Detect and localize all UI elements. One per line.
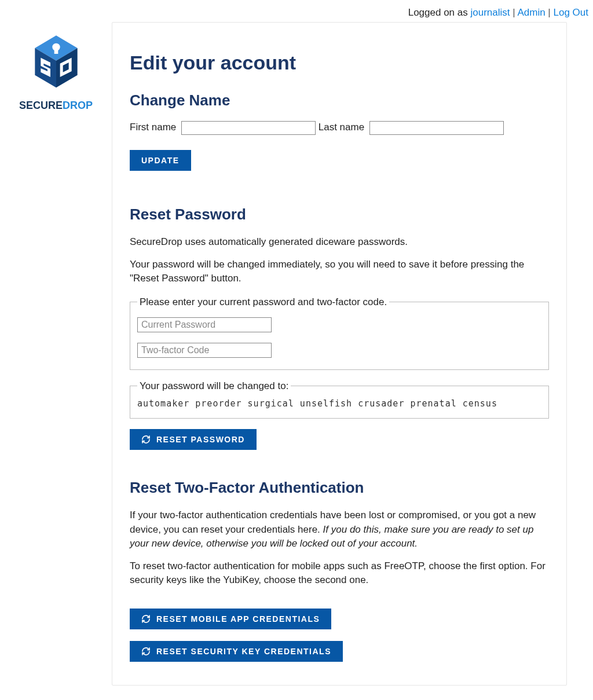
reset-password-heading: Reset Password xyxy=(130,206,549,223)
reset-mobile-app-button[interactable]: RESET MOBILE APP CREDENTIALS xyxy=(130,609,331,629)
reset-security-key-button-label: RESET SECURITY KEY CREDENTIALS xyxy=(156,647,331,656)
top-header: Logged on as journalist | Admin | Log Ou… xyxy=(0,0,593,22)
first-name-input[interactable] xyxy=(181,121,316,135)
reset-2fa-heading: Reset Two-Factor Authentication xyxy=(130,479,549,497)
wordmark: SECUREDROP xyxy=(19,100,93,112)
verify-fieldset: Please enter your current password and t… xyxy=(130,296,549,370)
refresh-icon xyxy=(141,614,151,624)
reset-security-key-button[interactable]: RESET SECURITY KEY CREDENTIALS xyxy=(130,641,343,662)
reset-password-button[interactable]: RESET PASSWORD xyxy=(130,429,257,450)
page-title: Edit your account xyxy=(130,52,549,74)
reset-password-button-label: RESET PASSWORD xyxy=(156,435,245,444)
change-name-heading: Change Name xyxy=(130,91,549,109)
verify-legend: Please enter your current password and t… xyxy=(137,296,389,308)
reset-password-desc-2: Your password will be changed immediatel… xyxy=(130,258,549,286)
logo: SECUREDROP xyxy=(0,34,112,112)
wordmark-drop: DROP xyxy=(63,100,93,111)
reset-2fa-desc-1: If your two-factor authentication creden… xyxy=(130,508,549,551)
refresh-icon xyxy=(141,435,151,444)
first-name-label: First name xyxy=(130,122,176,133)
reset-mobile-app-button-label: RESET MOBILE APP CREDENTIALS xyxy=(156,614,320,624)
logout-link[interactable]: Log Out xyxy=(554,7,589,18)
two-factor-code-input[interactable] xyxy=(137,343,272,358)
main-panel: Edit your account Change Name First name… xyxy=(112,22,567,686)
refresh-icon xyxy=(141,647,151,656)
separator: | xyxy=(548,7,553,18)
logged-on-label: Logged on as xyxy=(408,7,471,18)
last-name-input[interactable] xyxy=(369,121,504,135)
name-form: First name Last name xyxy=(130,121,549,135)
reset-password-desc-1: SecureDrop uses automatically generated … xyxy=(130,235,549,250)
svg-rect-4 xyxy=(54,48,58,54)
last-name-label: Last name xyxy=(319,122,364,133)
securedrop-cube-icon xyxy=(32,34,80,91)
wordmark-secure: SECURE xyxy=(19,100,63,111)
new-password-fieldset: Your password will be changed to: automa… xyxy=(130,380,549,419)
user-link[interactable]: journalist xyxy=(470,7,510,18)
new-password-value: automaker preorder surgical unselfish cr… xyxy=(137,398,541,410)
update-button[interactable]: UPDATE xyxy=(130,150,191,171)
sidebar: SECUREDROP xyxy=(0,22,112,686)
admin-link[interactable]: Admin xyxy=(517,7,545,18)
new-password-legend: Your password will be changed to: xyxy=(137,380,291,392)
current-password-input[interactable] xyxy=(137,317,272,332)
reset-2fa-desc-2: To reset two-factor authentication for m… xyxy=(130,559,549,588)
